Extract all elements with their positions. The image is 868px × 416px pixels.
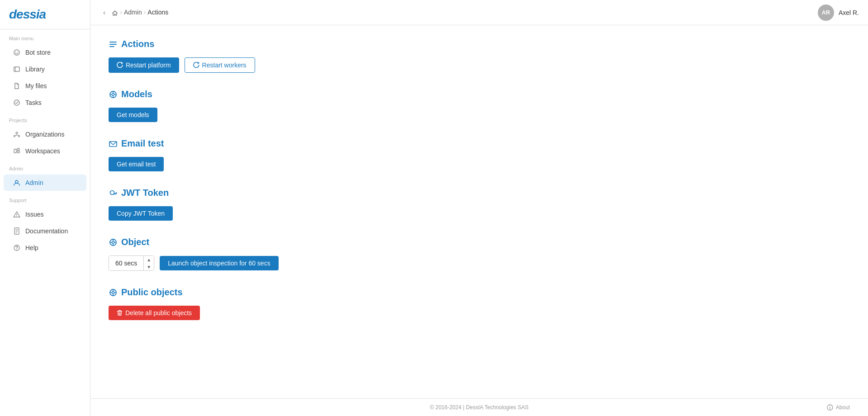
section-public-objects-title: Public objects: [121, 287, 183, 298]
sidebar-documentation-label: Documentation: [25, 227, 68, 235]
restart-platform-label: Restart platform: [126, 61, 171, 69]
sidebar-admin-label: Admin: [25, 179, 43, 186]
projects-label: Projects: [0, 111, 90, 126]
svg-point-15: [15, 180, 18, 183]
main-content: Actions Restart platform: [90, 25, 868, 398]
section-object: Object 60 secs ▲ ▼ Launch object inspect…: [109, 237, 850, 271]
svg-point-35: [110, 190, 114, 194]
sidebar: dessia Main menu Bot store Lib: [0, 0, 90, 416]
sidebar-issues-label: Issues: [25, 211, 43, 218]
avatar: AR: [818, 5, 834, 21]
sidebar-item-documentation[interactable]: Documentation: [4, 223, 86, 239]
issues-icon: [13, 210, 21, 218]
svg-point-53: [830, 406, 830, 406]
sidebar-item-tasks[interactable]: Tasks: [4, 95, 86, 111]
section-email-test: Email test Get email test: [109, 138, 850, 171]
org-icon: [13, 130, 21, 138]
section-title-actions: Actions: [109, 39, 850, 49]
svg-line-11: [17, 135, 19, 136]
main-wrapper: ‹ › Admin › Actions AR Axel R.: [90, 0, 868, 416]
sidebar-item-help[interactable]: Help: [4, 240, 86, 256]
sidebar-tasks-label: Tasks: [25, 99, 42, 106]
get-email-test-button[interactable]: Get email test: [109, 157, 164, 171]
about-link[interactable]: About: [827, 404, 850, 411]
sidebar-item-bot-store[interactable]: Bot store: [4, 44, 86, 61]
sidebar-workspaces-label: Workspaces: [25, 147, 60, 155]
copy-jwt-token-label: Copy JWT Token: [117, 210, 165, 217]
svg-point-2: [18, 52, 19, 53]
svg-line-10: [14, 135, 17, 136]
breadcrumb-admin[interactable]: Admin: [124, 9, 142, 16]
public-objects-section-icon: [109, 288, 118, 297]
sidebar-item-issues[interactable]: Issues: [4, 206, 86, 222]
about-label: About: [836, 404, 850, 411]
stepper-input: 60 secs ▲ ▼: [109, 255, 154, 271]
restart-workers-button[interactable]: Restart workers: [185, 57, 255, 73]
breadcrumb: › Admin › Actions: [112, 9, 168, 16]
sidebar-item-workspaces[interactable]: Workspaces: [4, 143, 86, 159]
svg-rect-13: [17, 148, 19, 150]
support-label: Support: [0, 191, 90, 206]
svg-point-18: [16, 216, 17, 216]
restart-platform-button[interactable]: Restart platform: [109, 57, 179, 73]
bot-icon: [13, 48, 21, 57]
section-title-email: Email test: [109, 138, 850, 149]
stepper-down-button[interactable]: ▼: [144, 263, 154, 270]
svg-point-29: [112, 93, 114, 95]
svg-point-24: [16, 249, 17, 250]
section-actions: Actions Restart platform: [109, 39, 850, 73]
sidebar-item-my-files[interactable]: My files: [4, 78, 86, 94]
stepper-up-button[interactable]: ▲: [144, 256, 154, 263]
trash-icon: [117, 310, 123, 316]
object-section-icon: [109, 238, 118, 247]
section-public-objects: Public objects Delete all public objects: [109, 287, 850, 320]
logo: dessia: [9, 7, 46, 21]
breadcrumb-sep-1: ›: [120, 9, 122, 16]
sidebar-section-main: Main menu Bot store Library: [0, 29, 90, 111]
help-icon: [13, 244, 21, 252]
sidebar-section-admin: Admin Admin: [0, 160, 90, 191]
sidebar-section-projects: Projects Organizations: [0, 111, 90, 160]
launch-inspection-button[interactable]: Launch object inspection for 60 secs: [160, 256, 278, 270]
svg-point-40: [112, 241, 114, 243]
copy-jwt-token-button[interactable]: Copy JWT Token: [109, 206, 173, 221]
section-object-title: Object: [121, 237, 149, 247]
admin-icon: [13, 179, 21, 187]
breadcrumb-sep-2: ›: [144, 9, 146, 16]
inspection-row: 60 secs ▲ ▼ Launch object inspection for…: [109, 255, 850, 271]
admin-label: Admin: [0, 160, 90, 174]
sidebar-section-support: Support Issues Documentation: [0, 191, 90, 256]
topbar-left: ‹ › Admin › Actions: [100, 7, 818, 19]
sidebar-item-library[interactable]: Library: [4, 61, 86, 77]
svg-point-6: [16, 132, 18, 134]
sidebar-help-label: Help: [25, 244, 38, 251]
topbar-user[interactable]: AR Axel R.: [818, 5, 859, 21]
main-menu-label: Main menu: [0, 29, 90, 44]
section-title-public-objects: Public objects: [109, 287, 850, 298]
section-email-title: Email test: [121, 138, 164, 149]
breadcrumb-home[interactable]: [112, 9, 118, 16]
nav-back-button[interactable]: ‹: [100, 7, 109, 19]
delete-public-objects-button[interactable]: Delete all public objects: [109, 306, 200, 320]
sidebar-item-admin[interactable]: Admin: [4, 175, 86, 191]
section-models-title: Models: [121, 89, 152, 99]
section-title-jwt: JWT Token: [109, 188, 850, 198]
svg-point-0: [14, 50, 19, 55]
user-name: Axel R.: [839, 9, 859, 16]
sidebar-my-files-label: My files: [25, 82, 47, 90]
get-models-button[interactable]: Get models: [109, 108, 157, 122]
sidebar-organizations-label: Organizations: [25, 131, 64, 138]
key-section-icon: [109, 189, 118, 198]
actions-section-icon: [109, 40, 118, 49]
get-models-label: Get models: [117, 111, 149, 118]
get-email-test-label: Get email test: [117, 161, 156, 168]
section-actions-title: Actions: [121, 39, 154, 49]
section-title-object: Object: [109, 237, 850, 247]
models-section-icon: [109, 90, 118, 99]
sidebar-library-label: Library: [25, 66, 45, 73]
stepper-value: 60 secs: [109, 256, 144, 270]
launch-inspection-label: Launch object inspection for 60 secs: [168, 260, 270, 267]
footer-copyright: © 2016-2024 | DessIA Technologies SAS: [430, 404, 529, 411]
sidebar-item-organizations[interactable]: Organizations: [4, 126, 86, 142]
section-title-models: Models: [109, 89, 850, 99]
